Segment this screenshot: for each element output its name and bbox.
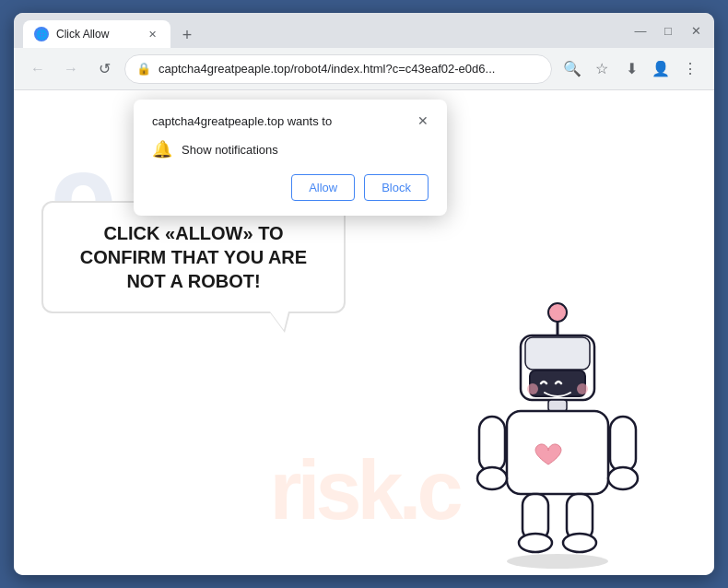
svg-rect-3 [525,337,590,370]
tab-title: Click Allow [56,28,137,41]
menu-icon[interactable]: ⋮ [677,56,703,82]
minimize-button[interactable]: — [631,24,650,38]
back-button[interactable]: ← [25,56,51,82]
toolbar: ← → ↺ 🔒 captcha4greatpeaple.top/robot4/i… [14,48,714,90]
browser-tab[interactable]: 🌐 Click Allow ✕ [23,20,170,48]
lock-icon: 🔒 [136,62,151,76]
maximize-button[interactable]: □ [659,24,677,38]
dialog-permission-text: Show notifications [182,143,278,157]
svg-point-17 [507,554,608,569]
svg-rect-4 [530,370,585,396]
svg-rect-7 [548,400,567,411]
svg-point-14 [519,534,552,552]
title-bar: 🌐 Click Allow ✕ + — □ ✕ [14,13,714,48]
search-icon[interactable]: 🔍 [559,56,585,82]
bell-icon: 🔔 [152,139,172,159]
dialog-permission-row: 🔔 Show notifications [152,139,429,159]
new-tab-button[interactable]: + [174,22,200,48]
svg-point-5 [527,383,538,394]
dialog-buttons: Allow Block [152,174,429,201]
window-controls: — □ ✕ [631,24,705,38]
reload-button[interactable]: ↺ [91,56,117,82]
allow-button[interactable]: Allow [291,174,355,201]
block-button[interactable]: Block [364,174,429,201]
download-icon[interactable]: ⬇ [618,56,644,82]
robot-illustration [456,289,659,575]
svg-point-12 [608,467,638,489]
svg-point-16 [563,534,596,552]
svg-point-10 [477,467,507,489]
notification-dialog: captcha4greatpeaple.top wants to ✕ 🔔 Sho… [134,100,447,216]
forward-button[interactable]: → [58,56,84,82]
bookmark-icon[interactable]: ☆ [589,56,615,82]
svg-rect-11 [610,417,636,472]
dialog-title: captcha4greatpeaple.top wants to [152,114,332,128]
svg-rect-9 [479,417,505,472]
dialog-header: captcha4greatpeaple.top wants to ✕ [152,114,429,128]
dialog-close-button[interactable]: ✕ [417,114,429,127]
svg-point-6 [577,383,588,394]
address-bar[interactable]: 🔒 captcha4greatpeaple.top/robot4/index.h… [124,54,552,84]
page-content: 9 risk.c captcha4greatpeaple.top wants t… [14,90,714,575]
toolbar-actions: 🔍 ☆ ⬇ 👤 ⋮ [559,56,703,82]
url-text: captcha4greatpeaple.top/robot4/index.htm… [159,62,540,76]
tab-favicon: 🌐 [34,27,49,41]
speech-bubble: CLICK «ALLOW» TO CONFIRM THAT YOU ARE NO… [41,201,346,313]
tab-area: 🌐 Click Allow ✕ + [23,13,624,48]
close-window-button[interactable]: ✕ [687,24,705,38]
browser-window: 🌐 Click Allow ✕ + — □ ✕ ← → ↺ 🔒 captcha4… [14,13,714,575]
url-path: /robot4/index.html?c=c43eaf02-e0d6... [290,62,495,76]
tab-close-button[interactable]: ✕ [145,27,159,41]
url-domain: captcha4greatpeaple.top [159,62,290,76]
svg-point-1 [548,303,567,322]
bubble-text: CLICK «ALLOW» TO CONFIRM THAT YOU ARE NO… [71,221,316,293]
account-icon[interactable]: 👤 [648,56,674,82]
